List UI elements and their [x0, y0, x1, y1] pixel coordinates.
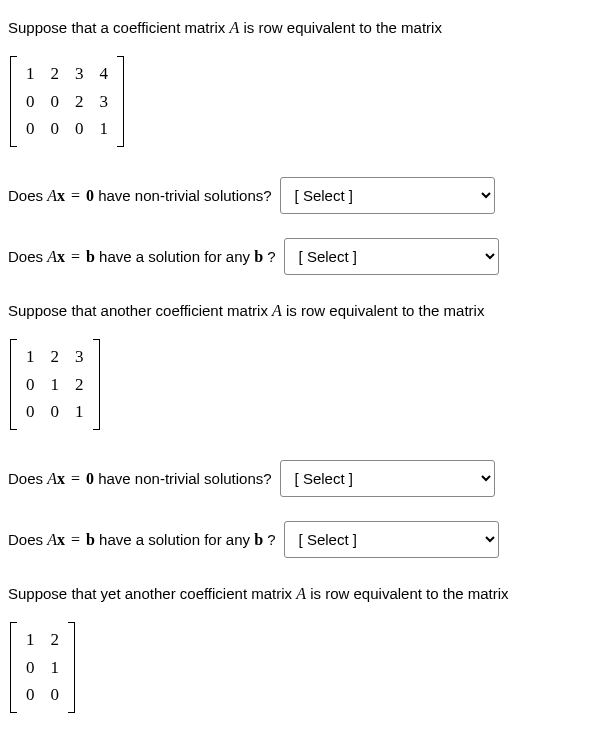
intro-2-pre: Suppose that another coefficient matrix	[8, 302, 272, 319]
q2-nontrivial-text: Does Ax = 0 have non-trivial solutions?	[8, 467, 272, 491]
intro-2-post: is row equivalent to the matrix	[282, 302, 485, 319]
intro-1-A: A	[230, 19, 240, 36]
intro-3: Suppose that yet another coefficient mat…	[8, 582, 601, 606]
intro-3-post: is row equivalent to the matrix	[306, 585, 509, 602]
matrix-3: 12 01 00	[8, 622, 77, 713]
q2-anyb-text: Does Ax = b have a solution for any b ?	[8, 528, 276, 552]
q2-nontrivial-select[interactable]: [ Select ]	[280, 460, 495, 497]
intro-1-post: is row equivalent to the matrix	[239, 19, 442, 36]
q2-anyb-select[interactable]: [ Select ]	[284, 521, 499, 558]
intro-1-pre: Suppose that a coefficient matrix	[8, 19, 230, 36]
intro-3-pre: Suppose that yet another coefficient mat…	[8, 585, 296, 602]
q2-anyb-row: Does Ax = b have a solution for any b ? …	[8, 521, 601, 558]
intro-1: Suppose that a coefficient matrix A is r…	[8, 16, 601, 40]
intro-3-A: A	[296, 585, 306, 602]
q1-nontrivial-select[interactable]: [ Select ]	[280, 177, 495, 214]
intro-2-A: A	[272, 302, 282, 319]
q1-nontrivial-text: Does Ax = 0 have non-trivial solutions?	[8, 184, 272, 208]
q1-anyb-row: Does Ax = b have a solution for any b ? …	[8, 238, 601, 275]
q2-nontrivial-row: Does Ax = 0 have non-trivial solutions? …	[8, 460, 601, 497]
intro-2: Suppose that another coefficient matrix …	[8, 299, 601, 323]
q1-anyb-text: Does Ax = b have a solution for any b ?	[8, 245, 276, 269]
matrix-1: 1234 0023 0001	[8, 56, 126, 147]
q1-anyb-select[interactable]: [ Select ]	[284, 238, 499, 275]
matrix-2: 123 012 001	[8, 339, 102, 430]
q1-nontrivial-row: Does Ax = 0 have non-trivial solutions? …	[8, 177, 601, 214]
